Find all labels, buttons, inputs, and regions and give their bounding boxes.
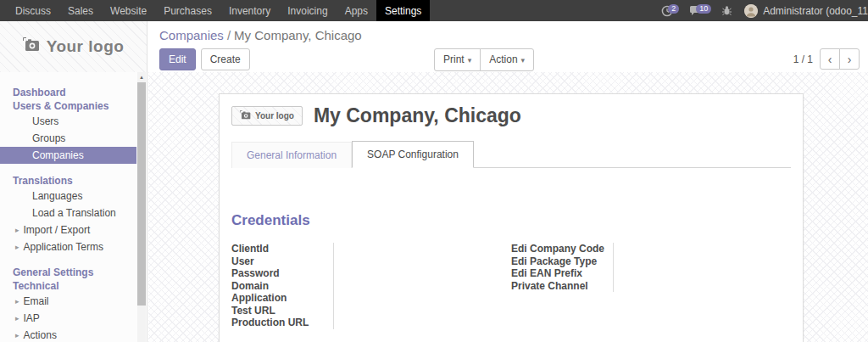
- field-label[interactable]: Production URL: [231, 317, 328, 329]
- field-label[interactable]: Domain: [231, 280, 328, 293]
- pager-buttons: ‹ ›: [820, 48, 860, 70]
- company-logo[interactable]: Your logo: [0, 21, 147, 72]
- sidebar-menu-item[interactable]: ▸Import / Export: [0, 221, 136, 238]
- main-content: Companies/My Company, Chicago Edit Creat…: [148, 21, 868, 342]
- camera-icon: [240, 110, 251, 121]
- sidebar-scrollbar[interactable]: ▴: [137, 72, 146, 342]
- sidebar-menu-item[interactable]: ▸Languages: [0, 188, 136, 205]
- control-panel: Companies/My Company, Chicago Edit Creat…: [148, 21, 868, 72]
- topbar-right: 2 10 Administrator (odoo_11: [651, 0, 868, 21]
- edit-button[interactable]: Edit: [159, 48, 196, 70]
- sidebar-menu-item[interactable]: ▸Application Terms: [0, 238, 136, 255]
- breadcrumb-separator: /: [224, 28, 234, 42]
- scroll-up-button[interactable]: ▴: [137, 72, 146, 82]
- sidebar-menu-item[interactable]: ▸Translations: [0, 174, 136, 188]
- right-field-group: Edi Company Code Edi Package Type Edi EA…: [511, 243, 791, 329]
- field-label[interactable]: Edi Company Code: [511, 243, 608, 255]
- user-name: Administrator (odoo_11: [763, 5, 868, 17]
- bug-icon[interactable]: [721, 5, 732, 16]
- sidebar-menu-item[interactable]: ▸Email: [0, 293, 136, 310]
- app-window: Discuss Sales Website Purchases Inventor…: [0, 0, 868, 342]
- chevron-left-icon: ‹: [828, 53, 832, 66]
- caret-down-icon: ▾: [521, 56, 526, 64]
- caret-right-icon: ▸: [15, 242, 19, 252]
- company-logo-field-label: Your logo: [255, 111, 294, 121]
- caret-right-icon: ▸: [15, 225, 19, 235]
- caret-right-icon: ▸: [15, 330, 19, 340]
- topbar-menu-item[interactable]: Website: [102, 0, 155, 21]
- breadcrumb-current: My Company, Chicago: [234, 28, 362, 42]
- create-button[interactable]: Create: [201, 48, 250, 70]
- caret-down-icon: ▾: [468, 56, 472, 64]
- sidebar-menu-item-label: Technical: [13, 280, 58, 292]
- chevron-right-icon: ›: [848, 53, 852, 66]
- sidebar-menu-item[interactable]: ▸Groups: [0, 130, 136, 147]
- sidebar-menu-item-label: Dashboard: [13, 87, 66, 98]
- field-label[interactable]: Password: [231, 267, 328, 280]
- action-button-group: Print▾ Action▾: [434, 48, 534, 71]
- sidebar-menu-item[interactable]: ▸Dashboard: [0, 86, 136, 99]
- breadcrumb-companies-link[interactable]: Companies: [159, 28, 224, 42]
- field-label[interactable]: ClientId: [231, 243, 328, 255]
- sidebar-menu-item-label: Users & Companies: [13, 100, 108, 112]
- field-label[interactable]: Application: [231, 292, 328, 305]
- sidebar-menu-item[interactable]: ▸IAP: [0, 310, 136, 327]
- company-title: My Company, Chicago: [314, 104, 521, 127]
- topbar-menu-item[interactable]: Inventory: [220, 0, 279, 21]
- topbar-menu-item[interactable]: Apps: [337, 0, 376, 21]
- sidebar-menu-item[interactable]: ▸Actions: [0, 327, 136, 342]
- user-avatar: [744, 4, 758, 18]
- settings-sidebar: Your logo ▸Dashboard ▸Users & Companies …: [0, 21, 147, 342]
- sidebar-menu-item[interactable]: ▸Technical: [0, 279, 136, 293]
- sidebar-menu-item-label: Load a Translation: [32, 207, 116, 219]
- action-dropdown-button[interactable]: Action▾: [480, 48, 534, 71]
- field-label[interactable]: Private Channel: [511, 280, 608, 293]
- sidebar-menu-item[interactable]: ▸General Settings: [0, 266, 136, 279]
- sidebar-menu-item-label: Import / Export: [24, 224, 91, 236]
- sidebar-menu-item[interactable]: ▸Load a Translation: [0, 205, 136, 221]
- sidebar-menu-item[interactable]: ▸Companies: [0, 147, 136, 164]
- company-logo-field[interactable]: Your logo: [231, 106, 303, 126]
- activity-count-badge: 2: [668, 4, 679, 14]
- topbar-menu-item[interactable]: Purchases: [155, 0, 220, 21]
- user-menu[interactable]: Administrator (odoo_11: [744, 4, 868, 18]
- sidebar-menu-item-label: IAP: [24, 312, 40, 324]
- topbar-menu-item[interactable]: Sales: [59, 0, 102, 21]
- pager-next-button[interactable]: ›: [839, 48, 860, 70]
- field-label[interactable]: User: [231, 255, 328, 268]
- camera-icon: [23, 37, 40, 56]
- caret-right-icon: ▸: [15, 313, 19, 323]
- message-count-badge: 10: [696, 4, 711, 14]
- notebook-tab[interactable]: SOAP Configuration: [352, 141, 474, 168]
- company-logo-label: Your logo: [47, 37, 125, 56]
- pager: 1 / 1 ‹ ›: [793, 48, 860, 70]
- field-label[interactable]: Edi EAN Prefix: [511, 267, 608, 280]
- topbar-menu-list: Discuss Sales Website Purchases Inventor…: [0, 0, 430, 21]
- field-groups: ClientId User Password Domain Applicatio…: [231, 243, 791, 329]
- sidebar-menu-item-label: Languages: [32, 190, 82, 202]
- sidebar-menu-item-label: Groups: [32, 132, 65, 144]
- field-label[interactable]: Test URL: [231, 305, 328, 317]
- credentials-section-title: Credentials: [231, 212, 791, 229]
- caret-right-icon: ▸: [15, 296, 19, 306]
- notebook-tabs: General Information SOAP Configuration: [231, 141, 791, 168]
- field-label[interactable]: Edi Package Type: [511, 255, 608, 268]
- topbar-menu-item[interactable]: Invoicing: [279, 0, 336, 21]
- form-sheet: Your logo My Company, Chicago General In…: [219, 93, 804, 342]
- left-field-group: ClientId User Password Domain Applicatio…: [231, 243, 511, 329]
- notebook-tab[interactable]: General Information: [231, 142, 352, 168]
- topbar-menu-item[interactable]: Discuss: [7, 0, 59, 21]
- pager-previous-button[interactable]: ‹: [820, 48, 840, 70]
- sidebar-menu-item[interactable]: ▸Users & Companies: [0, 99, 136, 113]
- sidebar-menu-item-label: Email: [24, 295, 49, 307]
- sidebar-menu-item-label: Users: [32, 115, 58, 127]
- sidebar-menu: ▸Dashboard ▸Users & Companies ▸Users ▸Gr…: [0, 72, 136, 342]
- credentials-section: Credentials ClientId User Password: [231, 212, 791, 329]
- breadcrumb: Companies/My Company, Chicago: [159, 26, 860, 45]
- pager-value: 1 / 1: [793, 53, 813, 65]
- sidebar-menu-item[interactable]: ▸Users: [0, 113, 136, 130]
- print-dropdown-button[interactable]: Print▾: [434, 48, 481, 71]
- sidebar-menu-item-label: Application Terms: [24, 241, 104, 253]
- scrollbar-thumb[interactable]: [137, 82, 146, 306]
- topbar-menu-item[interactable]: Settings: [376, 0, 430, 21]
